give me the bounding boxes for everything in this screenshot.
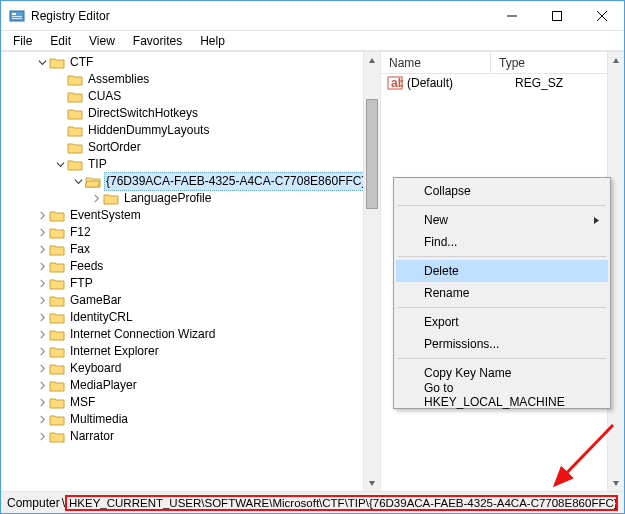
tree-label[interactable]: Feeds — [68, 258, 105, 275]
chevron-right-icon[interactable] — [35, 243, 49, 257]
chevron-right-icon[interactable] — [35, 362, 49, 376]
cm-rename[interactable]: Rename — [396, 282, 608, 304]
chevron-right-icon[interactable] — [35, 328, 49, 342]
tree-node[interactable]: F12 — [35, 224, 380, 241]
cm-find[interactable]: Find... — [396, 231, 608, 253]
tree-node-language-profile[interactable]: LanguageProfile — [89, 190, 380, 207]
scroll-down-button[interactable] — [608, 474, 624, 491]
tree-label[interactable]: EventSystem — [68, 207, 143, 224]
tree-node-ctf[interactable]: CTF — [35, 54, 380, 71]
tree-node[interactable]: HiddenDummyLayouts — [53, 122, 380, 139]
chevron-right-icon[interactable] — [35, 260, 49, 274]
tree-label[interactable]: Multimedia — [68, 411, 130, 428]
folder-icon — [103, 192, 119, 206]
tree-label[interactable]: Narrator — [68, 428, 116, 445]
chevron-right-icon[interactable] — [35, 209, 49, 223]
separator — [398, 358, 606, 359]
tree-label[interactable]: DirectSwitchHotkeys — [86, 105, 200, 122]
tree-pane[interactable]: CTF AssembliesCUASDirectSwitchHotkeysHid… — [1, 52, 381, 491]
value-name[interactable]: (Default) — [407, 76, 507, 90]
tree-node[interactable]: Internet Connection Wizard — [35, 326, 380, 343]
close-button[interactable] — [579, 1, 624, 30]
tree-node-guid[interactable]: {76D39ACA-FAEB-4325-A4CA-C7708E860FFC} — [71, 173, 380, 190]
tree-label[interactable]: Internet Connection Wizard — [68, 326, 217, 343]
cm-goto-hklm[interactable]: Go to HKEY_LOCAL_MACHINE — [396, 384, 608, 406]
chevron-right-icon[interactable] — [35, 345, 49, 359]
tree-node[interactable]: SortOrder — [53, 139, 380, 156]
cm-permissions[interactable]: Permissions... — [396, 333, 608, 355]
tree-node[interactable]: Fax — [35, 241, 380, 258]
tree-node[interactable]: Assemblies — [53, 71, 380, 88]
menu-help[interactable]: Help — [192, 33, 233, 49]
tree-node[interactable]: CUAS — [53, 88, 380, 105]
folder-icon — [49, 311, 65, 325]
tree-node[interactable]: Internet Explorer — [35, 343, 380, 360]
tree-node[interactable]: Narrator — [35, 428, 380, 445]
tree-node[interactable]: Keyboard — [35, 360, 380, 377]
chevron-right-icon[interactable] — [35, 430, 49, 444]
menu-file[interactable]: File — [5, 33, 40, 49]
scroll-up-button[interactable] — [364, 52, 380, 69]
tree-scrollbar[interactable] — [363, 52, 380, 491]
chevron-down-icon[interactable] — [35, 56, 49, 70]
chevron-right-icon[interactable] — [35, 396, 49, 410]
tree-label[interactable]: CUAS — [86, 88, 123, 105]
registry-tree[interactable]: CTF AssembliesCUASDirectSwitchHotkeysHid… — [1, 52, 380, 447]
cm-collapse[interactable]: Collapse — [396, 180, 608, 202]
app-icon — [9, 8, 25, 24]
tree-label[interactable]: TIP — [86, 156, 109, 173]
scroll-down-button[interactable] — [364, 474, 380, 491]
tree-node[interactable]: EventSystem — [35, 207, 380, 224]
chevron-right-icon[interactable] — [35, 226, 49, 240]
tree-node[interactable]: MSF — [35, 394, 380, 411]
menu-favorites[interactable]: Favorites — [125, 33, 190, 49]
chevron-down-icon[interactable] — [53, 158, 67, 172]
tree-label[interactable]: CTF — [68, 54, 95, 71]
folder-icon — [49, 396, 65, 410]
tree-node[interactable]: MediaPlayer — [35, 377, 380, 394]
tree-label[interactable]: MSF — [68, 394, 97, 411]
scroll-up-button[interactable] — [608, 52, 624, 69]
tree-node[interactable]: IdentityCRL — [35, 309, 380, 326]
list-row[interactable]: ab (Default) REG_SZ — [381, 74, 624, 92]
chevron-right-icon[interactable] — [35, 277, 49, 291]
chevron-right-icon[interactable] — [89, 192, 103, 206]
tree-label[interactable]: IdentityCRL — [68, 309, 135, 326]
tree-label[interactable]: Fax — [68, 241, 92, 258]
tree-node[interactable]: Feeds — [35, 258, 380, 275]
tree-node[interactable]: FTP — [35, 275, 380, 292]
chevron-right-icon[interactable] — [35, 379, 49, 393]
menu-view[interactable]: View — [81, 33, 123, 49]
scroll-track[interactable] — [364, 69, 380, 474]
cm-delete[interactable]: Delete — [396, 260, 608, 282]
chevron-right-icon[interactable] — [35, 294, 49, 308]
tree-label[interactable]: Internet Explorer — [68, 343, 161, 360]
tree-label[interactable]: F12 — [68, 224, 93, 241]
tree-label[interactable]: GameBar — [68, 292, 123, 309]
tree-label[interactable]: LanguageProfile — [122, 190, 213, 207]
tree-label-selected[interactable]: {76D39ACA-FAEB-4325-A4CA-C7708E860FFC} — [104, 172, 367, 191]
menu-edit[interactable]: Edit — [42, 33, 79, 49]
column-header-type[interactable]: Type — [491, 52, 624, 73]
tree-node[interactable]: DirectSwitchHotkeys — [53, 105, 380, 122]
tree-node[interactable]: Multimedia — [35, 411, 380, 428]
tree-label[interactable]: SortOrder — [86, 139, 143, 156]
cm-new[interactable]: New — [396, 209, 608, 231]
tree-label[interactable]: HiddenDummyLayouts — [86, 122, 211, 139]
maximize-button[interactable] — [534, 1, 579, 30]
column-header-name[interactable]: Name — [381, 52, 491, 73]
tree-label[interactable]: FTP — [68, 275, 95, 292]
titlebar[interactable]: Registry Editor — [1, 1, 624, 31]
minimize-button[interactable] — [489, 1, 534, 30]
scroll-thumb[interactable] — [366, 99, 378, 209]
cm-export[interactable]: Export — [396, 311, 608, 333]
chevron-right-icon[interactable] — [35, 413, 49, 427]
tree-node[interactable]: GameBar — [35, 292, 380, 309]
chevron-right-icon[interactable] — [35, 311, 49, 325]
cm-label: Copy Key Name — [424, 366, 511, 380]
tree-node-tip[interactable]: TIP — [53, 156, 380, 173]
tree-label[interactable]: MediaPlayer — [68, 377, 139, 394]
chevron-down-icon[interactable] — [71, 175, 85, 189]
tree-label[interactable]: Assemblies — [86, 71, 151, 88]
tree-label[interactable]: Keyboard — [68, 360, 123, 377]
